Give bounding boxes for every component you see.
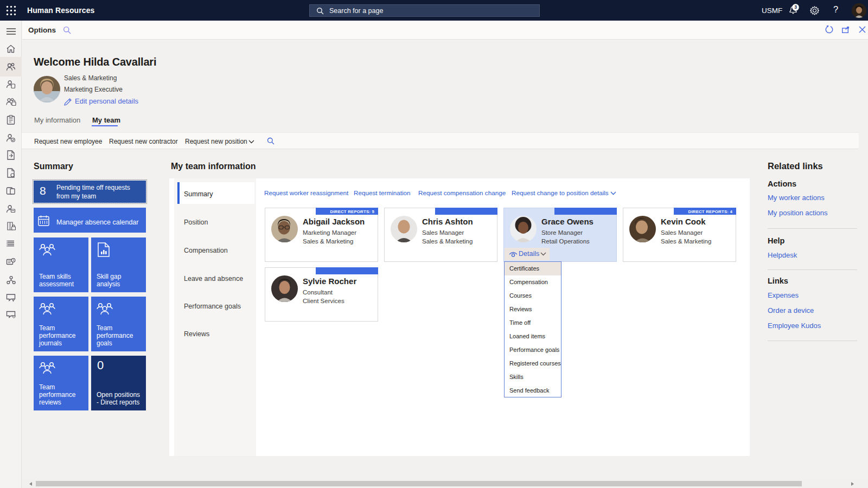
svg-text:3: 3 <box>794 4 797 10</box>
